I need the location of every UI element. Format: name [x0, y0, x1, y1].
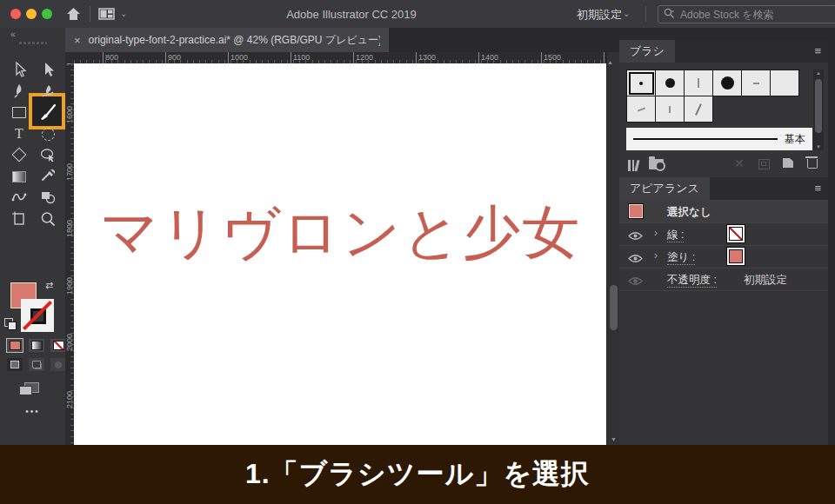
eraser-tool[interactable]	[6, 144, 32, 165]
tab-brushes[interactable]: ブラシ	[619, 40, 675, 63]
home-icon[interactable]	[65, 6, 82, 25]
default-fill-stroke-icon[interactable]	[4, 318, 13, 327]
appearance-opacity-row[interactable]: 不透明度 : 初期設定	[619, 268, 828, 291]
search-input[interactable]	[678, 8, 831, 22]
stroke-none-swatch[interactable]	[729, 227, 743, 241]
scrollbar-thumb[interactable]	[815, 79, 822, 133]
close-window-button[interactable]	[10, 9, 21, 19]
direct-selection-tool[interactable]	[35, 59, 61, 80]
delete-brush-icon[interactable]	[807, 159, 818, 169]
brush-swatch-dot-medium[interactable]	[656, 70, 685, 96]
panel-menu-icon[interactable]: ≡	[814, 182, 821, 195]
adobe-stock-search[interactable]	[658, 5, 835, 23]
brush-swatch-dash-diagonal[interactable]	[627, 96, 656, 123]
zoom-window-button[interactable]	[42, 9, 52, 19]
shape-builder-tool[interactable]	[35, 187, 61, 208]
draw-normal-mode[interactable]	[7, 358, 23, 371]
artboard-canvas[interactable]: マリヴロンと少女	[74, 63, 606, 445]
brush-swatch-blank[interactable]	[771, 70, 799, 96]
brushes-scrollbar[interactable]: ▲ ▼	[813, 70, 824, 150]
artboard-icon	[10, 210, 28, 228]
artboard-tool[interactable]	[6, 209, 32, 229]
rotate-tool[interactable]	[35, 123, 61, 144]
rectangle-tool[interactable]	[6, 102, 32, 123]
app-title: Adobe Illustrator CC 2019	[286, 8, 417, 21]
brushes-panel-footer: ✕	[619, 155, 828, 176]
selection-tool[interactable]	[6, 59, 32, 80]
brush-libraries-icon[interactable]	[628, 157, 642, 171]
opacity-value[interactable]: 初期設定	[744, 273, 787, 288]
brush-swatch-dot-large[interactable]	[713, 70, 742, 96]
chevron-right-icon[interactable]: ›	[654, 249, 658, 262]
dot-large-icon	[721, 76, 734, 90]
options-of-selected-icon[interactable]	[758, 159, 770, 169]
appearance-fill-row[interactable]: › 塗り :	[619, 245, 828, 269]
search-icon	[664, 7, 675, 23]
shaper-tool[interactable]	[6, 187, 32, 208]
scroll-down-icon[interactable]: ▼	[813, 144, 824, 149]
visibility-eye-icon[interactable]	[628, 251, 643, 267]
pen-tool[interactable]	[6, 81, 32, 102]
brush-swatch-slash[interactable]	[685, 96, 713, 123]
swap-fill-stroke-icon[interactable]: ⇄	[45, 280, 53, 291]
brush-swatch-dot-small[interactable]	[627, 70, 656, 96]
stroke-color-swatch[interactable]	[21, 299, 54, 332]
ruler-tick-label: 2100	[65, 382, 74, 417]
brush-basic[interactable]: 基本	[626, 128, 812, 150]
scroll-up-icon[interactable]: ▲	[813, 70, 824, 76]
illustrator-window: ⌄ Adobe Illustrator CC 2019 初期設定 ⌄ « × o…	[0, 0, 835, 504]
document-tab[interactable]: × original-type-font-2-practice.ai* @ 42…	[65, 28, 389, 52]
dock-edge-strip	[828, 28, 835, 445]
arrange-documents-icon[interactable]	[98, 8, 115, 23]
document-tab-label: original-type-font-2-practice.ai* @ 42% …	[89, 33, 380, 48]
appearance-stroke-row[interactable]: › 線 :	[619, 222, 828, 246]
brush-swatch-dash[interactable]	[742, 70, 771, 96]
color-button[interactable]	[7, 339, 23, 352]
selection-status: 選択なし	[667, 205, 711, 220]
brush-swatch-line-vertical[interactable]	[685, 70, 713, 96]
screen-mode-button[interactable]	[24, 382, 39, 393]
close-tab-icon[interactable]: ×	[74, 34, 81, 47]
type-tool[interactable]: T	[6, 123, 32, 144]
slash-icon	[695, 103, 702, 116]
chevron-down-icon[interactable]: ⌄	[623, 9, 630, 18]
toolbar-grip[interactable]	[19, 42, 47, 44]
cc-libraries-icon[interactable]	[649, 159, 664, 169]
remove-brush-stroke-icon[interactable]: ✕	[734, 156, 745, 170]
gradient-fill-icon	[31, 341, 43, 350]
tutorial-banner: 1.「ブラシツール」を選択	[0, 445, 835, 504]
gradient-tool[interactable]	[6, 166, 32, 187]
edit-toolbar-ellipsis[interactable]: •••	[0, 407, 65, 416]
new-brush-icon[interactable]	[783, 158, 793, 168]
visibility-eye-icon[interactable]	[628, 229, 643, 244]
eyedropper-tool[interactable]	[35, 166, 61, 187]
brush-swatch-line-short[interactable]	[656, 96, 685, 123]
canvas-vertical-scrollbar[interactable]: ▲ ▼	[606, 52, 620, 445]
basic-brush-label: 基本	[785, 132, 805, 147]
collapse-toolbar-icon[interactable]: «	[10, 30, 15, 39]
none-button[interactable]	[50, 339, 66, 352]
workspace-switcher[interactable]: 初期設定	[577, 7, 622, 23]
zoom-tool[interactable]	[35, 209, 61, 229]
panel-menu-icon[interactable]: ≡	[814, 44, 821, 57]
appearance-selection-row[interactable]: 選択なし	[619, 200, 828, 223]
draw-behind-mode[interactable]	[29, 358, 44, 371]
tab-appearance[interactable]: アピアランス	[619, 177, 710, 200]
chevron-right-icon[interactable]: ›	[654, 227, 658, 239]
stroke-label[interactable]: 線 :	[667, 229, 684, 242]
free-transform-tool[interactable]	[35, 144, 61, 165]
fill-label[interactable]: 塗り :	[667, 251, 695, 265]
draw-inside-mode[interactable]	[50, 358, 66, 371]
scroll-up-icon[interactable]: ▲	[607, 59, 613, 65]
fill-color-mini-swatch[interactable]	[729, 249, 743, 263]
scroll-down-icon[interactable]: ▼	[607, 436, 620, 442]
minimize-window-button[interactable]	[26, 9, 37, 19]
scrollbar-thumb[interactable]	[610, 285, 618, 330]
curvature-tool[interactable]	[35, 81, 61, 102]
curvature-pen-icon	[39, 83, 57, 100]
gradient-button[interactable]	[29, 339, 44, 352]
opacity-label[interactable]: 不透明度 :	[667, 274, 717, 288]
paintbrush-tool[interactable]	[35, 102, 61, 123]
shape-builder-icon	[39, 189, 57, 206]
chevron-down-icon[interactable]: ⌄	[120, 9, 127, 18]
